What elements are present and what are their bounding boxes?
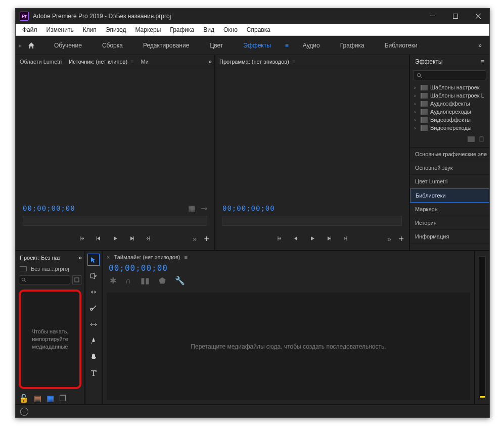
- play-button[interactable]: [112, 234, 118, 244]
- lock-icon[interactable]: 🔓: [19, 394, 29, 403]
- program-scrubber[interactable]: [222, 216, 402, 226]
- add-button[interactable]: +: [204, 234, 209, 245]
- step-forward-button[interactable]: [326, 234, 332, 244]
- menu-clip[interactable]: Клип: [78, 25, 101, 34]
- wrench-icon[interactable]: 🔧: [175, 276, 185, 285]
- tab-program[interactable]: Программа: (нет эпизодов) ≡: [219, 59, 295, 65]
- panel-menu-icon[interactable]: ≡: [185, 254, 188, 260]
- pen-tool[interactable]: [88, 335, 99, 346]
- svg-rect-1: [453, 14, 457, 19]
- mark-in-button[interactable]: [80, 234, 86, 244]
- transport-more-icon[interactable]: »: [387, 235, 390, 243]
- workspace-libraries[interactable]: Библиотеки: [375, 37, 428, 54]
- effects-folder[interactable]: ›Видеопереходы: [410, 124, 489, 132]
- workspace-menu-icon[interactable]: ≡: [281, 42, 293, 49]
- workspace-learn[interactable]: Обучение: [44, 37, 92, 54]
- menu-edit[interactable]: Изменить: [42, 25, 78, 34]
- project-search-input[interactable]: [19, 275, 70, 284]
- folder-label: Видеоэффекты: [430, 117, 471, 123]
- tabs-overflow-icon[interactable]: »: [78, 254, 80, 261]
- menu-view[interactable]: Вид: [199, 25, 219, 34]
- step-forward-button[interactable]: [128, 234, 134, 244]
- effects-folder[interactable]: ›Видеоэффекты: [410, 116, 489, 124]
- panel-essential-sound[interactable]: Основной звук: [410, 161, 489, 175]
- workspace-effects[interactable]: Эффекты: [233, 37, 281, 54]
- tab-lumetri-scopes[interactable]: Области Lumetri: [20, 59, 62, 65]
- snap-icon[interactable]: ✱: [110, 276, 116, 285]
- panel-markers[interactable]: Маркеры: [410, 203, 489, 216]
- icon-view-icon[interactable]: ▦: [47, 394, 54, 403]
- type-tool[interactable]: [88, 367, 99, 378]
- marker-icon[interactable]: ⬟: [159, 276, 166, 285]
- menu-help[interactable]: Справка: [242, 25, 275, 34]
- hand-tool[interactable]: [88, 351, 99, 362]
- selection-tool[interactable]: [88, 254, 99, 265]
- panel-lumetri-color[interactable]: Цвет Lumetri: [410, 175, 489, 188]
- effects-folder[interactable]: ›Аудиопереходы: [410, 108, 489, 116]
- list-view-icon[interactable]: ▤: [34, 394, 41, 403]
- close-button[interactable]: [467, 9, 489, 24]
- menu-graphics[interactable]: Графика: [165, 25, 199, 34]
- project-filename: Без наз...prproj: [31, 266, 69, 272]
- panel-essential-graphics[interactable]: Основные графические эле: [410, 148, 489, 161]
- source-timecode[interactable]: 00;00;00;00: [23, 204, 75, 212]
- workspace-color[interactable]: Цвет: [199, 37, 233, 54]
- home-button[interactable]: [24, 38, 39, 53]
- workspace-audio[interactable]: Аудио: [293, 37, 330, 54]
- panel-menu-icon[interactable]: ≡: [481, 58, 484, 65]
- menu-file[interactable]: Файл: [18, 25, 42, 34]
- settings-icon[interactable]: ⊸: [201, 204, 207, 213]
- panel-history[interactable]: История: [410, 216, 489, 230]
- maximize-button[interactable]: [444, 9, 467, 24]
- mark-out-button[interactable]: [342, 234, 348, 244]
- tabs-overflow-icon[interactable]: »: [208, 58, 210, 65]
- mark-out-button[interactable]: [145, 234, 151, 244]
- play-button[interactable]: [309, 234, 315, 244]
- add-button[interactable]: +: [398, 234, 404, 245]
- hamburger-icon[interactable]: ≡: [292, 59, 295, 65]
- panel-info[interactable]: Информация: [410, 230, 489, 244]
- freeform-view-icon[interactable]: ❐: [59, 394, 66, 403]
- hamburger-icon[interactable]: ≡: [130, 59, 133, 65]
- timeline-timecode[interactable]: 00;00;00;00: [103, 263, 474, 273]
- effects-search-input[interactable]: [413, 70, 486, 80]
- transport-more-icon[interactable]: »: [193, 235, 195, 243]
- tab-source[interactable]: Источник: (нет клипов) ≡: [69, 59, 133, 65]
- menu-sequence[interactable]: Эпизод: [101, 25, 131, 34]
- tab-project[interactable]: Проект: Без наз: [20, 255, 61, 261]
- linked-selection-icon[interactable]: ▮▮: [141, 276, 150, 285]
- minimize-button[interactable]: [421, 9, 444, 24]
- audio-meter-panel: [475, 251, 489, 404]
- razor-tool[interactable]: [88, 303, 99, 314]
- timeline-dropzone[interactable]: Перетащите медиафайлы сюда, чтобы создат…: [107, 293, 470, 400]
- track-select-tool[interactable]: [88, 270, 99, 281]
- workspace-overflow-button[interactable]: »: [472, 42, 486, 49]
- cc-sync-icon[interactable]: ◯: [20, 406, 29, 416]
- slip-tool[interactable]: [88, 319, 99, 330]
- ripple-edit-tool[interactable]: [88, 286, 99, 298]
- menu-window[interactable]: Окно: [219, 25, 242, 34]
- mark-in-button[interactable]: [277, 234, 283, 244]
- fit-icon[interactable]: ▦: [188, 204, 196, 213]
- trash-icon[interactable]: [479, 135, 484, 144]
- tab-truncated[interactable]: Ми: [141, 59, 149, 65]
- workspace-editing[interactable]: Редактирование: [133, 37, 199, 54]
- import-media-dropzone[interactable]: Чтобы начать, импортируйте медиаданные: [19, 289, 81, 389]
- tab-timeline[interactable]: Таймлайн: (нет эпизодов): [114, 254, 180, 260]
- project-filter-button[interactable]: [72, 275, 81, 284]
- source-scrubber[interactable]: [23, 216, 207, 226]
- close-tab-icon[interactable]: ×: [107, 254, 110, 260]
- step-back-button[interactable]: [96, 234, 102, 244]
- new-bin-icon[interactable]: [468, 135, 475, 144]
- effects-folder[interactable]: ›Шаблоны настроек: [410, 83, 489, 91]
- menu-markers[interactable]: Маркеры: [130, 25, 165, 34]
- panel-libraries[interactable]: Библиотеки: [410, 188, 489, 203]
- magnet-icon[interactable]: ∩: [125, 276, 131, 285]
- workspace-graphics[interactable]: Графика: [330, 37, 375, 54]
- step-back-button[interactable]: [293, 234, 299, 244]
- audio-meter[interactable]: [479, 256, 486, 399]
- workspace-assembly[interactable]: Сборка: [92, 37, 133, 54]
- effects-folder[interactable]: ›Шаблоны настроек L: [410, 91, 489, 100]
- program-timecode[interactable]: 00;00;00;00: [222, 204, 275, 212]
- effects-folder[interactable]: ›Аудиоэффекты: [410, 100, 489, 108]
